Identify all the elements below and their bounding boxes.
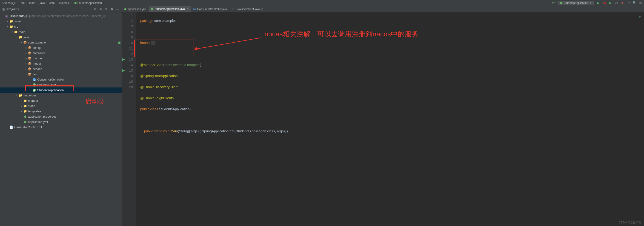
close-icon[interactable]: ✕ (186, 7, 188, 10)
locate-icon[interactable]: ⊕ (94, 7, 96, 11)
tree-node[interactable]: ▸📦config (0, 45, 122, 50)
tree-root[interactable]: ▾▣ CStudents_C [cstudents] E:\test\cstud… (0, 13, 122, 19)
tree-node[interactable]: IProviderClient (0, 82, 122, 87)
tree-node[interactable]: ▸📁static (0, 103, 122, 109)
tab-students-application[interactable]: ⬢StudentsApplication.java✕ (148, 6, 190, 12)
expand-icon[interactable]: ≡ (100, 7, 102, 11)
tree-node[interactable]: ⬢application.yml (0, 119, 122, 124)
tree-node[interactable]: ▾📁java (0, 35, 122, 40)
breadcrumb: Students_C〉 src〉 main〉 java〉 com〉 exampl… (2, 1, 102, 5)
stop-button[interactable]: ■ (620, 1, 624, 5)
breadcrumb-item[interactable]: example (59, 2, 70, 5)
build-icon[interactable]: ⚒ (552, 1, 555, 5)
root-tag: [cstudents] (29, 14, 44, 18)
tree-node[interactable]: ▾📁main (0, 29, 122, 35)
hide-icon[interactable]: — (116, 7, 119, 11)
coverage-button[interactable]: ▶ (608, 1, 612, 5)
folder-icon: ▣ (2, 7, 5, 11)
tab-application-yml[interactable]: ⬢application.yml (122, 6, 148, 12)
breadcrumb-item[interactable]: Students_C (2, 2, 16, 5)
tree-node[interactable]: ▸📦mapper (0, 56, 122, 61)
yml-icon: ⬢ (124, 8, 126, 11)
inspection-ok-icon[interactable]: ✔ (639, 14, 642, 19)
tree-node[interactable]: ▸📦model (0, 61, 122, 66)
breadcrumb-item[interactable]: java (40, 2, 45, 5)
close-icon[interactable]: ✕ (261, 8, 263, 11)
breadcrumb-item[interactable]: src (21, 2, 24, 5)
editor-area: ⬢application.yml ⬢StudentsApplication.ja… (122, 6, 644, 226)
chevron-down-icon: ▼ (590, 2, 592, 4)
gutter: 1 2 3 8 9 10⬢ 11 12 13▶ 14 15▶ 18 19 20 (122, 13, 136, 226)
profiler-button[interactable]: ◔ (614, 1, 618, 5)
breadcrumb-item[interactable]: StudentsApplication (78, 2, 102, 5)
spring-icon: ⬢ (151, 7, 153, 11)
svg-marker-1 (194, 47, 198, 50)
tree-node[interactable]: ▸📁mapper (0, 98, 122, 103)
breadcrumb-item[interactable]: com (50, 2, 55, 5)
tree-node[interactable]: ▾📁src (0, 24, 122, 29)
run-configuration-selector[interactable]: ⬢ StudentsApplication ▼ (558, 1, 594, 5)
project-tree[interactable]: ▾▣ CStudents_C [cstudents] E:\test\cstud… (0, 13, 122, 131)
tab-consumer-controller[interactable]: ⒸConsumerController.java (191, 6, 230, 12)
tree-node[interactable]: ▸📁templates (0, 109, 122, 114)
tree-node[interactable]: ▸📦service (0, 66, 122, 72)
run-button[interactable]: ▶ (597, 1, 600, 5)
debug-button[interactable]: 🐞 (602, 1, 606, 5)
top-toolbar: Students_C〉 src〉 main〉 java〉 com〉 exampl… (0, 0, 644, 6)
class-icon: Ⓒ (193, 7, 196, 11)
project-panel-header: ▣ Project ▼ ⊕ ≡ ⥮ ✿ — (0, 6, 122, 13)
gear-icon[interactable]: ✿ (110, 7, 113, 11)
root-name: CStudents_C (10, 14, 28, 18)
breadcrumb-item[interactable]: main (29, 2, 35, 5)
git-button[interactable]: ⎇ (626, 1, 630, 5)
run-gutter-icon[interactable]: ▶ (122, 57, 125, 62)
tab-provider-client[interactable]: ⒾProviderClient.java✕ (230, 6, 266, 12)
run-gutter-icon[interactable]: ▶ (122, 68, 125, 73)
tree-node[interactable]: ▾📁resources (0, 93, 122, 98)
run-config-name: StudentsApplication (564, 2, 588, 5)
chevron-down-icon[interactable]: ▼ (18, 8, 20, 10)
tree-node[interactable]: 📄GeneratorConfig.xml (0, 124, 122, 130)
spring-icon: ⬢ (560, 2, 562, 5)
project-tool-window: ▣ Project ▼ ⊕ ≡ ⥮ ✿ — ▾▣ CStudents_C [cs… (0, 6, 122, 226)
code-editor[interactable]: 1 2 3 8 9 10⬢ 11 12 13▶ 14 15▶ 18 19 20 … (122, 13, 644, 226)
interface-icon: Ⓘ (232, 7, 235, 11)
spring-icon: ⬢ (74, 2, 76, 5)
code-content[interactable]: package com.example; import ... @MapperS… (136, 13, 644, 226)
tree-node[interactable]: ▸📦controller (0, 50, 122, 56)
panel-title: Project (6, 7, 16, 11)
bean-gutter-icon[interactable]: ⬢ (118, 40, 121, 46)
tree-node[interactable]: ▾📦com.example (0, 40, 122, 45)
tree-node[interactable]: ⬢application.properties (0, 114, 122, 119)
root-path: E:\test\cstudents-master\consumer\CStude… (45, 15, 105, 18)
settings-button[interactable]: ▦ (638, 1, 642, 5)
tree-node[interactable]: ▸📁.mvn (0, 19, 122, 24)
search-button[interactable]: 🔍 (632, 1, 636, 5)
tree-node[interactable]: ▾📦test (0, 72, 122, 77)
tree-node-selected[interactable]: ⬢StudentsApplication (0, 87, 122, 93)
editor-tabs: ⬢application.yml ⬢StudentsApplication.ja… (122, 6, 644, 13)
watermark: CSDN @君故于时 (619, 221, 641, 224)
collapse-icon[interactable]: ⥮ (105, 7, 107, 11)
tree-node[interactable]: CConsumerController (0, 77, 122, 82)
